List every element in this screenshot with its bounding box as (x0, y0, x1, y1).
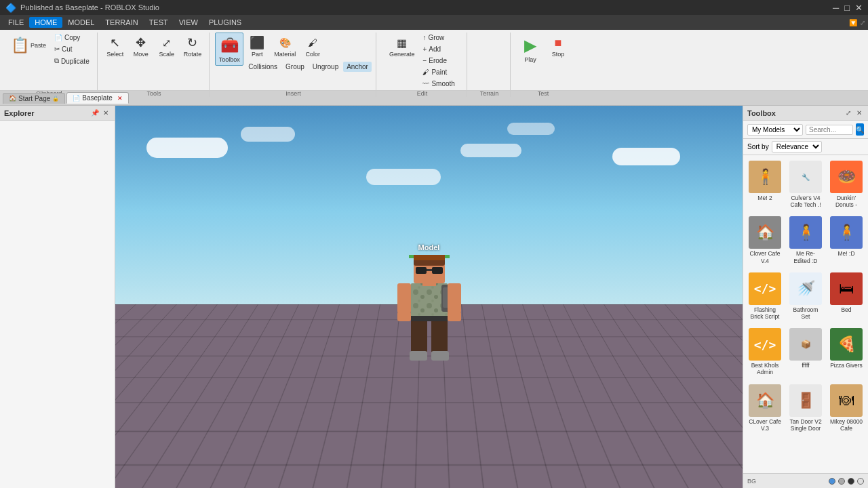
generate-button[interactable]: ▦ Generate (386, 33, 418, 60)
toolbox-item-tandoor[interactable]: 🚪 Tan Door V2 Single Door (787, 382, 825, 434)
color-button[interactable]: 🖌 Color (300, 33, 325, 60)
mikey-label: Mikey 08000 Cafe (829, 418, 863, 432)
startpage-label: Start Page (18, 95, 50, 102)
paste-button[interactable]: 📋 Paste (5, 33, 50, 58)
toolbox-item-pizza[interactable]: 🍕 Pizza Givers (827, 325, 865, 378)
clover-label: Clover Cafe V.4 (748, 250, 782, 264)
minimize-icon[interactable]: ─ (833, 3, 839, 13)
dot-dark (848, 478, 854, 485)
anchor-button[interactable]: Anchor (343, 62, 372, 72)
svg-rect-4 (432, 267, 443, 274)
cut-icon: ✂ (54, 45, 60, 53)
viewport[interactable]: Model (115, 106, 743, 488)
toolbox-item-med[interactable]: 🧍 Me! :D (827, 214, 865, 266)
copy-button[interactable]: 📄 Copy (51, 33, 93, 43)
close-icon[interactable]: ✕ (855, 3, 863, 13)
menu-terrain[interactable]: TERRAIN (100, 17, 143, 28)
clover2-label: CLover Cafe V.3 (748, 418, 782, 432)
ribbon-group-clipboard: 📋 Paste 📄 Copy ✂ Cut ⧉ Duplicate (3, 33, 98, 97)
menu-test[interactable]: TEST (144, 17, 174, 28)
toolbox-search-input[interactable] (806, 125, 853, 135)
toolbox-item-bath[interactable]: 🚿 Bathroom Set (787, 270, 825, 323)
bath-thumbnail: 🚿 (789, 272, 822, 305)
dot-empty-2 (857, 478, 864, 485)
toolbox-item-dunkin[interactable]: 🍩 Dunkin' Donuts - (827, 158, 865, 211)
menubar: FILE HOME MODEL TERRAIN TEST VIEW PLUGIN… (0, 15, 868, 30)
ungroup-label: Ungroup (313, 63, 338, 70)
clover2-thumbnail: 🏠 (749, 384, 781, 417)
toolbox-close-icon[interactable]: ✕ (854, 108, 864, 118)
play-label: Play (524, 56, 536, 64)
culvers-thumbnail: 🔧 (789, 161, 822, 193)
ungroup-button[interactable]: Ungroup (309, 62, 342, 72)
tab-startpage[interactable]: 🏠 Start Page 🔒 (3, 93, 65, 104)
menu-view[interactable]: VIEW (174, 17, 203, 28)
menu-file[interactable]: FILE (3, 17, 29, 28)
ribbon-minimize-icon[interactable]: 🔽 (849, 19, 857, 26)
scale-button[interactable]: ⤢ Scale (155, 33, 179, 60)
smooth-button[interactable]: 〰 Smooth (419, 79, 458, 89)
move-button[interactable]: ✥ Move (129, 33, 153, 60)
ribbon-expand-icon[interactable]: ⤢ (860, 19, 865, 26)
explorer-header: Explorer 📌 ✕ (0, 106, 115, 121)
paint-button[interactable]: 🖌 Paint (419, 67, 458, 77)
toolbox-search-button[interactable]: 🔍 (856, 123, 864, 136)
baseplate-label: Baseplate (82, 94, 112, 102)
duplicate-button[interactable]: ⧉ Duplicate (51, 56, 93, 66)
ribbon-group-terrain: Terrain (470, 33, 511, 97)
material-label: Material (274, 51, 296, 58)
toolbox-item-bed[interactable]: 🛏 Bed (827, 270, 865, 323)
toolbox-button[interactable]: 🧰 Toolbox (215, 33, 243, 66)
select-button[interactable]: ↖ Select (103, 33, 127, 60)
toolbox-item-fffff[interactable]: 📦 fffff (787, 325, 825, 378)
baseplate-close-icon[interactable]: ✕ (117, 95, 123, 102)
flash-label: Flashing Brick Script (748, 306, 782, 320)
menu-plugins[interactable]: PLUGINS (203, 17, 247, 28)
svg-rect-2 (414, 255, 445, 260)
stop-button[interactable]: ■ Stop (546, 33, 570, 60)
play-button[interactable]: ▶ Play (516, 33, 545, 66)
toolbox-item-culvers[interactable]: 🔧 Culver's V4 Cafe Tech .! (787, 158, 825, 211)
menu-home[interactable]: HOME (29, 17, 62, 28)
explorer-pin-icon[interactable]: 📌 (90, 108, 100, 118)
toolbox-item-clover[interactable]: 🏠 Clover Cafe V.4 (746, 214, 784, 266)
group-button[interactable]: Group (282, 62, 308, 72)
menu-model[interactable]: MODEL (62, 17, 100, 28)
collisions-button[interactable]: Collisions (245, 62, 281, 72)
generate-icon: ▦ (394, 35, 410, 51)
add-terrain-button[interactable]: + Add (419, 44, 458, 54)
part-button[interactable]: ⬛ Part (245, 33, 269, 60)
material-button[interactable]: 🎨 Material (271, 33, 299, 60)
toolbox-item-mere[interactable]: 🧍 Me Re-Edited :D (787, 214, 825, 266)
maximize-icon[interactable]: □ (844, 3, 850, 13)
toolbox-item-me2[interactable]: 🧍 Me! 2 (746, 158, 784, 211)
toolbox-category-dropdown[interactable]: My Models My Decals Free Models Free Dec… (747, 124, 803, 136)
tab-baseplate[interactable]: 📄 Baseplate ✕ (66, 92, 128, 104)
grow-button[interactable]: ↑ Grow (419, 33, 458, 43)
me2-thumbnail: 🧍 (749, 161, 781, 193)
explorer-close-icon[interactable]: ✕ (101, 108, 111, 118)
toolbox-expand-icon[interactable]: ⤢ (844, 108, 853, 118)
ribbon-group-edit: ▦ Generate ↑ Grow + Add − Erode (379, 33, 467, 97)
med-label: Me! :D (837, 250, 854, 257)
svg-rect-19 (422, 282, 436, 286)
tandoor-thumbnail: 🚪 (789, 384, 822, 417)
erode-button[interactable]: − Erode (419, 56, 458, 66)
toolbox-item-clover2[interactable]: 🏠 CLover Cafe V.3 (746, 382, 784, 434)
pizza-thumbnail: 🍕 (830, 328, 863, 361)
me2-label: Me! 2 (757, 195, 772, 201)
toolbox-sort-dropdown[interactable]: Relevance Name Updated (772, 141, 822, 152)
toolbox-item-flash[interactable]: </> Flashing Brick Script (746, 270, 784, 323)
svg-rect-13 (448, 312, 461, 321)
character (385, 248, 473, 404)
cut-button[interactable]: ✂ Cut (51, 44, 93, 54)
duplicate-label: Duplicate (61, 58, 90, 65)
group-label: Group (285, 63, 304, 70)
mere-label: Me Re-Edited :D (789, 250, 823, 264)
rotate-button[interactable]: ↻ Rotate (180, 33, 205, 60)
character-svg (385, 248, 473, 404)
ribbon-group-tools: ↖ Select ✥ Move ⤢ Scale ↻ Rotate Tools (100, 33, 210, 97)
toolbox-item-best[interactable]: </> Best Khols Admin (746, 325, 784, 378)
toolbox-item-mikey[interactable]: 🍽 Mikey 08000 Cafe (827, 382, 865, 434)
insert-group-label: Insert (285, 89, 301, 97)
